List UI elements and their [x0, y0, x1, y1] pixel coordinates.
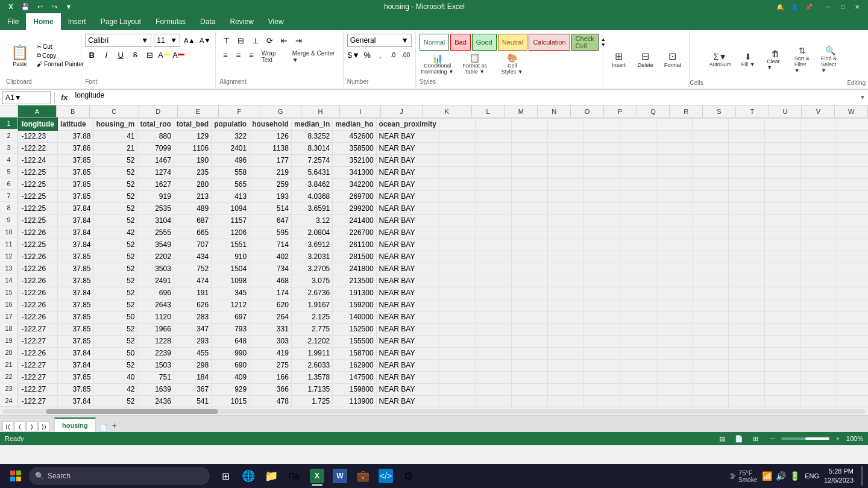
font-size-dropdown[interactable]: ▼ — [170, 36, 177, 45]
cell-r16-c10[interactable]: NEAR BAY — [376, 299, 439, 311]
cell-r20-c8[interactable]: 1.9911 — [291, 347, 332, 359]
cell-r9-c4[interactable]: 3104 — [137, 214, 174, 227]
align-center-button[interactable]: ≡ — [233, 48, 245, 61]
cell-r14-c7[interactable]: 468 — [250, 275, 292, 287]
cell-r15-c10[interactable]: NEAR BAY — [376, 287, 439, 299]
cell-r10-c8[interactable]: 2.0804 — [291, 227, 332, 239]
italic-button[interactable]: I — [99, 48, 113, 61]
header-cell-9[interactable]: median_ho — [333, 118, 376, 130]
cell-r21-c7[interactable]: 275 — [250, 359, 292, 371]
cell-r3-c6[interactable]: 2401 — [212, 142, 250, 154]
format-painter-button[interactable]: 🖌 Format Painter — [35, 60, 86, 68]
cell-r19-c10[interactable]: NEAR BAY — [376, 335, 439, 347]
cell-r17-c8[interactable]: 2.125 — [291, 311, 332, 323]
style-calculation-button[interactable]: Calculation — [529, 34, 570, 51]
cell-r4-c10[interactable]: NEAR BAY — [376, 154, 439, 166]
add-sheet-button[interactable]: + — [108, 419, 121, 432]
cell-r9-c3[interactable]: 52 — [93, 214, 137, 227]
cell-r8-c3[interactable]: 52 — [93, 202, 137, 214]
cell-r23-c5[interactable]: 367 — [174, 383, 211, 395]
cell-r12-c7[interactable]: 402 — [250, 251, 292, 263]
h-scrollbar[interactable] — [2, 409, 866, 414]
cell-r15-c7[interactable]: 174 — [250, 287, 292, 299]
font-name-dropdown[interactable]: ▼ — [141, 36, 148, 45]
font-increase-button[interactable]: A▲ — [183, 34, 196, 47]
cell-r17-c7[interactable]: 264 — [250, 311, 292, 323]
cell-r7-c9[interactable]: 269700 — [333, 190, 376, 202]
insert-cells-button[interactable]: ⊞ Insert — [607, 34, 631, 85]
cell-r13-c3[interactable]: 52 — [93, 263, 137, 275]
cell-r5-c2[interactable]: 37.85 — [57, 166, 93, 178]
cell-r17-c1[interactable]: -122.26 — [19, 311, 57, 323]
indent-decrease-button[interactable]: ⇤ — [277, 34, 291, 47]
cell-r17-c4[interactable]: 1120 — [137, 311, 174, 323]
style-bad-button[interactable]: Bad — [450, 34, 471, 51]
taskbar-vscode[interactable]: </> — [375, 465, 397, 487]
cell-r8-c10[interactable]: NEAR BAY — [376, 202, 439, 214]
col-header-s[interactable]: S — [703, 105, 736, 117]
cell-r21-c4[interactable]: 1503 — [137, 359, 174, 371]
cell-r6-c7[interactable]: 259 — [250, 178, 292, 190]
header-cell-1[interactable]: longitude — [19, 118, 57, 130]
cell-r24-c10[interactable]: NEAR BAY — [376, 395, 439, 407]
cell-r19-c8[interactable]: 2.1202 — [291, 335, 332, 347]
cell-r5-c3[interactable]: 52 — [93, 166, 137, 178]
cell-r17-c6[interactable]: 697 — [212, 311, 250, 323]
col-header-f[interactable]: F — [219, 105, 260, 117]
cell-r21-c3[interactable]: 52 — [93, 359, 137, 371]
sheet-first-button[interactable]: ⟨⟨ — [2, 421, 13, 432]
cell-r24-c6[interactable]: 1015 — [212, 395, 250, 407]
cell-r14-c1[interactable]: -122.26 — [19, 275, 57, 287]
copy-button[interactable]: ⧉ Copy — [35, 51, 86, 60]
col-header-c[interactable]: C — [90, 105, 139, 117]
header-cell-6[interactable]: populatio — [212, 118, 250, 130]
cell-r5-c7[interactable]: 219 — [250, 166, 292, 178]
taskbar-edge[interactable]: 🌐 — [237, 465, 259, 487]
clock[interactable]: 5:28 PM 12/6/2023 — [824, 467, 854, 486]
align-left-button[interactable]: ≡ — [219, 48, 231, 61]
cell-r2-c5[interactable]: 129 — [174, 130, 211, 142]
row-num-22[interactable]: 22 — [0, 371, 18, 383]
text-orient-button[interactable]: ⟳ — [263, 34, 276, 47]
cell-r16-c9[interactable]: 159200 — [333, 299, 376, 311]
col-header-p[interactable]: P — [604, 105, 637, 117]
cell-r3-c3[interactable]: 21 — [93, 142, 137, 154]
cell-r7-c5[interactable]: 213 — [174, 190, 211, 202]
cell-r10-c4[interactable]: 2555 — [137, 227, 174, 239]
col-header-w[interactable]: W — [835, 105, 868, 117]
cell-r18-c8[interactable]: 2.775 — [291, 323, 332, 335]
taskbar-taskview[interactable]: ⊞ — [215, 465, 236, 487]
cell-r21-c6[interactable]: 690 — [212, 359, 250, 371]
cell-r20-c4[interactable]: 2239 — [137, 347, 174, 359]
tab-data[interactable]: Data — [193, 13, 222, 30]
cell-r22-c7[interactable]: 166 — [250, 371, 292, 383]
cell-r12-c4[interactable]: 2202 — [137, 251, 174, 263]
row-num-1[interactable]: 1 — [0, 117, 18, 130]
decimal-increase-button[interactable]: .0 — [387, 48, 398, 61]
cell-r20-c3[interactable]: 50 — [93, 347, 137, 359]
cell-r23-c9[interactable]: 159800 — [333, 383, 376, 395]
col-header-h[interactable]: H — [301, 105, 340, 117]
cell-r4-c8[interactable]: 7.2574 — [291, 154, 332, 166]
wrap-text-button[interactable]: Wrap Text — [259, 48, 288, 65]
tab-view[interactable]: View — [261, 13, 291, 30]
cell-r14-c10[interactable]: NEAR BAY — [376, 275, 439, 287]
view-normal-button[interactable]: ▤ — [716, 434, 728, 443]
cell-r2-c10[interactable]: NEAR BAY — [376, 130, 439, 142]
cell-r7-c8[interactable]: 4.0368 — [291, 190, 332, 202]
cell-r19-c2[interactable]: 37.85 — [57, 335, 93, 347]
cell-r7-c2[interactable]: 37.85 — [57, 190, 93, 202]
cell-r22-c5[interactable]: 184 — [174, 371, 211, 383]
cell-r22-c4[interactable]: 751 — [137, 371, 174, 383]
taskbar-teams[interactable]: 💼 — [352, 465, 374, 487]
row-num-23[interactable]: 23 — [0, 383, 18, 395]
cell-r17-c5[interactable]: 283 — [174, 311, 211, 323]
cell-r11-c1[interactable]: -122.25 — [19, 239, 57, 251]
cell-r8-c6[interactable]: 1094 — [212, 202, 250, 214]
fill-button[interactable]: ⬇ Fill ▼ — [736, 34, 760, 85]
cell-r15-c3[interactable]: 52 — [93, 287, 137, 299]
cell-r23-c1[interactable]: -122.27 — [19, 383, 57, 395]
row-num-10[interactable]: 10 — [0, 226, 18, 238]
cell-r12-c3[interactable]: 52 — [93, 251, 137, 263]
cell-r14-c9[interactable]: 213500 — [333, 275, 376, 287]
